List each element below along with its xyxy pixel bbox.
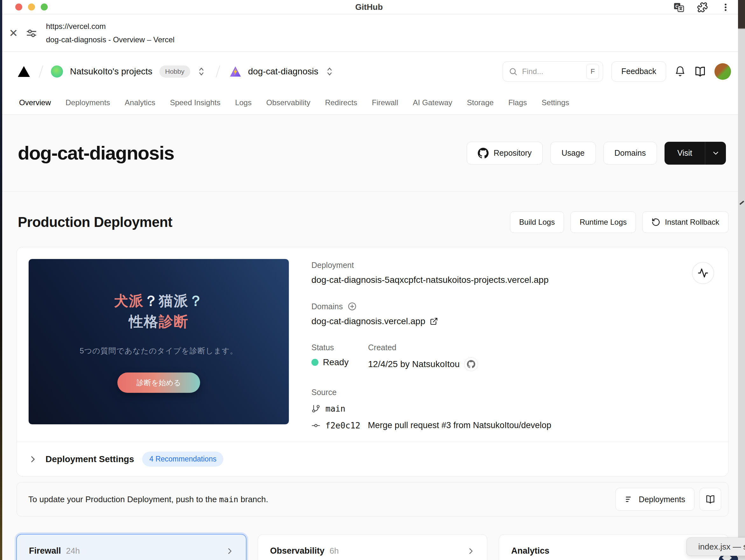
chevron-right-icon bbox=[467, 547, 475, 555]
translate-icon[interactable]: G bbox=[673, 2, 685, 13]
close-tab-icon[interactable]: ✕ bbox=[9, 28, 18, 38]
vercel-logo-icon[interactable] bbox=[18, 66, 30, 77]
banner-branch: main bbox=[219, 495, 238, 504]
page-url[interactable]: https://vercel.com bbox=[46, 22, 175, 31]
tab-firewall[interactable]: Firewall bbox=[372, 98, 398, 107]
deployments-button-label: Deployments bbox=[639, 495, 685, 504]
team-name[interactable]: NatsukoIto's projects bbox=[70, 66, 152, 77]
visit-dropdown-button[interactable] bbox=[705, 142, 726, 165]
created-label: Created bbox=[368, 343, 478, 352]
observability-card[interactable]: Observability 6h Edge Requests 15 bbox=[258, 534, 487, 560]
source-branch[interactable]: main bbox=[325, 404, 346, 414]
git-commit-icon bbox=[312, 421, 320, 430]
docs-book-button[interactable] bbox=[700, 488, 721, 511]
firewall-range: 24h bbox=[66, 546, 80, 556]
domains-label: Domains bbox=[312, 302, 343, 311]
filter-list-icon bbox=[625, 495, 634, 504]
preview-title-seg: 診断 bbox=[159, 313, 189, 329]
main-content: Production Deployment Build Logs Runtime… bbox=[0, 191, 745, 560]
status-ready-dot bbox=[312, 359, 318, 366]
tab-deployments[interactable]: Deployments bbox=[66, 98, 110, 107]
repository-button[interactable]: Repository bbox=[467, 142, 543, 165]
firewall-card[interactable]: Firewall 24h Active · All systems normal bbox=[17, 534, 246, 560]
commit-message[interactable]: Merge pull request #3 from NatsukoItou/d… bbox=[368, 420, 551, 430]
tab-flags[interactable]: Flags bbox=[508, 98, 527, 107]
preview-title-seg: ？ bbox=[144, 293, 159, 309]
feedback-button[interactable]: Feedback bbox=[611, 61, 666, 82]
tab-observability[interactable]: Observability bbox=[266, 98, 311, 107]
notifications-bell-icon[interactable] bbox=[674, 66, 686, 77]
activity-pulse-icon bbox=[698, 268, 708, 278]
tab-speed-insights[interactable]: Speed Insights bbox=[170, 98, 221, 107]
domains-button[interactable]: Domains bbox=[604, 142, 657, 165]
add-domain-plus-icon[interactable] bbox=[347, 302, 357, 311]
deployment-activity-button[interactable] bbox=[692, 262, 714, 284]
project-hero: dog-cat-diagnosis Repository Usage Domai… bbox=[0, 115, 745, 191]
instant-rollback-button[interactable]: Instant Rollback bbox=[642, 211, 728, 233]
project-nav-tabs: Overview Deployments Analytics Speed Ins… bbox=[0, 91, 745, 115]
tab-analytics[interactable]: Analytics bbox=[125, 98, 155, 107]
preview-app-subtitle: 5つの質問であなたのタイプを診断します。 bbox=[79, 346, 238, 356]
user-avatar[interactable] bbox=[714, 63, 731, 80]
usage-button[interactable]: Usage bbox=[550, 142, 595, 165]
preview-title-seg: 猫派 bbox=[159, 293, 189, 309]
section-title: Production Deployment bbox=[18, 214, 172, 230]
creator-github-avatar[interactable] bbox=[464, 357, 478, 371]
search-icon bbox=[509, 67, 518, 76]
plan-badge: Hobby bbox=[159, 66, 190, 77]
deployment-settings-label: Deployment Settings bbox=[45, 454, 134, 464]
team-switcher-icon[interactable] bbox=[197, 67, 205, 76]
banner-text-after: branch. bbox=[238, 494, 268, 504]
background-window-tooltip: index.jsx — ste bbox=[686, 537, 745, 556]
created-value: 12/4/25 by NatsukoItou bbox=[368, 359, 460, 369]
tab-overview[interactable]: Overview bbox=[19, 98, 51, 107]
deployment-settings-row[interactable]: Deployment Settings 4 Recommendations bbox=[17, 442, 728, 476]
tab-storage[interactable]: Storage bbox=[467, 98, 494, 107]
visit-button[interactable]: Visit bbox=[665, 142, 705, 165]
project-logo-icon bbox=[230, 66, 241, 77]
repository-button-label: Repository bbox=[494, 148, 532, 158]
build-logs-button[interactable]: Build Logs bbox=[510, 211, 564, 233]
observability-card-title: Observability bbox=[270, 546, 324, 556]
production-deployment-card: 犬派？猫派？ 性格診断 5つの質問であなたのタイプを診断します。 診断を始める … bbox=[17, 247, 728, 477]
preview-title-seg: ？ bbox=[189, 293, 203, 309]
browser-tab-bar: ✕ https://vercel.com dog-cat-diagnosis -… bbox=[0, 14, 745, 52]
extensions-puzzle-icon[interactable] bbox=[697, 2, 708, 13]
update-banner: To update your Production Deployment, pu… bbox=[17, 482, 728, 517]
tab-redirects[interactable]: Redirects bbox=[325, 98, 357, 107]
project-switcher-icon[interactable] bbox=[325, 67, 334, 76]
preview-cta-button[interactable]: 診断を始める bbox=[118, 373, 200, 393]
page-title: dog-cat-diagnosis bbox=[18, 142, 174, 164]
site-settings-tune-icon[interactable] bbox=[25, 27, 38, 39]
chevron-right-icon bbox=[226, 547, 234, 555]
runtime-logs-button[interactable]: Runtime Logs bbox=[570, 211, 636, 233]
search-input-container[interactable]: F bbox=[503, 61, 603, 82]
github-icon bbox=[478, 148, 489, 159]
recommendations-badge[interactable]: 4 Recommendations bbox=[142, 452, 223, 466]
observability-range: 6h bbox=[329, 546, 339, 556]
team-avatar[interactable] bbox=[51, 66, 63, 77]
tab-logs[interactable]: Logs bbox=[235, 98, 252, 107]
project-name[interactable]: dog-cat-diagnosis bbox=[248, 66, 318, 77]
vercel-header: NatsukoIto's projects Hobby dog-cat-diag… bbox=[0, 52, 745, 91]
commit-sha[interactable]: f2e0c12 bbox=[325, 421, 360, 430]
search-input[interactable] bbox=[522, 67, 586, 76]
deployment-label: Deployment bbox=[312, 260, 717, 270]
domain-link[interactable]: dog-cat-diagnosis.vercel.app bbox=[312, 316, 425, 326]
background-window-right-edge bbox=[738, 0, 745, 560]
tab-settings[interactable]: Settings bbox=[542, 98, 570, 107]
deployments-button[interactable]: Deployments bbox=[616, 488, 694, 511]
preview-app-title: 犬派？猫派？ 性格診断 bbox=[114, 290, 203, 332]
external-link-icon[interactable] bbox=[430, 317, 438, 325]
background-window-left-edge bbox=[0, 0, 2, 560]
status-label: Status bbox=[312, 343, 368, 352]
deployment-preview-image[interactable]: 犬派？猫派？ 性格診断 5つの質問であなたのタイプを診断します。 診断を始める bbox=[28, 259, 289, 425]
docs-book-icon[interactable] bbox=[694, 66, 706, 77]
page-tab-title[interactable]: dog-cat-diagnosis - Overview – Vercel bbox=[46, 35, 175, 44]
deployment-url[interactable]: dog-cat-diagnosis-5aqxcpfct-natsukoitos-… bbox=[312, 275, 717, 285]
tab-ai-gateway[interactable]: AI Gateway bbox=[413, 98, 452, 107]
source-label: Source bbox=[312, 388, 717, 397]
breadcrumb: NatsukoIto's projects Hobby dog-cat-diag… bbox=[18, 65, 334, 78]
banner-text-before: To update your Production Deployment, pu… bbox=[28, 494, 219, 504]
browser-menu-kebab-icon[interactable] bbox=[721, 3, 731, 12]
